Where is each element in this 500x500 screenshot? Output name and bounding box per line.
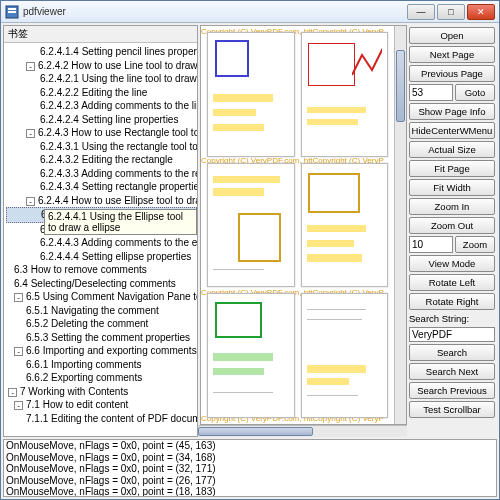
tree-node-label: 7.1 How to edit content — [26, 399, 128, 410]
show-page-info-button[interactable]: Show Page Info — [409, 103, 495, 120]
page-thumbnail[interactable] — [301, 163, 389, 288]
search-button[interactable]: Search — [409, 344, 495, 361]
tree-node[interactable]: -6.5 Using Comment Navigation Pane to vi… — [6, 290, 197, 304]
rotate-left-button[interactable]: Rotate Left — [409, 274, 495, 291]
tree-node[interactable]: 7.1.1 Editing the content of PDF documen… — [6, 412, 197, 426]
tree-node[interactable]: 6.2.4.1.4 Setting pencil lines propertie… — [6, 45, 197, 59]
tree-node-label: 6.6 Importing and exporting comments — [26, 345, 197, 356]
zoom-in-button[interactable]: Zoom In — [409, 198, 495, 215]
tree-node-label: 6.6.1 Importing comments — [26, 359, 142, 370]
tree-node[interactable]: 6.4 Selecting/Deselecting comments — [6, 277, 197, 291]
tree-node[interactable]: -6.6 Importing and exporting comments — [6, 344, 197, 358]
tree-node-label: 6.5.2 Deleting the comment — [26, 318, 148, 329]
actual-size-button[interactable]: Actual Size — [409, 141, 495, 158]
tree-node[interactable]: 6.2.4.3.3 Adding comments to the recta — [6, 167, 197, 181]
tree-node-label: 6.2.4.2 How to use Line tool to draw lin… — [38, 60, 197, 71]
tree-node-label: 6.2.4.4.3 Adding comments to the ellips — [40, 237, 197, 248]
bookmarks-tree[interactable]: 6.2.4.1.4 Setting pencil lines propertie… — [4, 43, 197, 427]
preview-horizontal-scrollbar[interactable] — [198, 425, 407, 437]
tree-node[interactable]: 6.2.4.3.4 Setting rectangle properties — [6, 180, 197, 194]
fit-page-button[interactable]: Fit Page — [409, 160, 495, 177]
tree-node[interactable]: 6.2.4.2.1 Using the line tool to draw a … — [6, 72, 197, 86]
tree-node[interactable]: 6.2.4.2.2 Editing the line — [6, 86, 197, 100]
bookmarks-panel: 书签 6.2.4.1.4 Setting pencil lines proper… — [3, 25, 198, 437]
tree-node[interactable]: 6.3 How to remove comments — [6, 263, 197, 277]
tree-node[interactable]: 6.2.4.2.4 Setting line properties — [6, 113, 197, 127]
goto-button[interactable]: Goto — [455, 84, 495, 101]
tree-node[interactable]: -6.2.4.3 How to use Rectangle tool to dr… — [6, 126, 197, 140]
thumbnail-grid[interactable]: Copyright (C) VeryPDF.com, httCopyright … — [201, 26, 394, 424]
page-thumbnail[interactable] — [207, 32, 295, 157]
tree-node[interactable]: -6.2.4.4 How to use Ellipse tool to draw… — [6, 194, 197, 208]
search-next-button[interactable]: Search Next — [409, 363, 495, 380]
tree-node[interactable]: -7.1 How to edit content — [6, 398, 197, 412]
tree-node[interactable]: 6.2.4.4.3 Adding comments to the ellips — [6, 236, 197, 250]
view-mode-button[interactable]: View Mode — [409, 255, 495, 272]
tree-node-label: 6.5.1 Navigating the comment — [26, 305, 159, 316]
tree-node[interactable]: 6.5.1 Navigating the comment — [6, 304, 197, 318]
page-thumbnail[interactable] — [301, 32, 389, 157]
tree-node[interactable]: -6.2.4.2 How to use Line tool to draw li… — [6, 59, 197, 73]
expand-icon[interactable]: - — [26, 129, 35, 138]
page-thumbnail[interactable] — [301, 293, 389, 418]
tree-node-label: 6.2.4.2.1 Using the line tool to draw a … — [40, 73, 197, 84]
tree-node[interactable]: 6.5.3 Setting the comment properties — [6, 331, 197, 345]
tree-node-label: 6.5.3 Setting the comment properties — [26, 332, 190, 343]
tree-node-label: 6.3 How to remove comments — [14, 264, 147, 275]
preview-vertical-scrollbar[interactable] — [394, 26, 406, 424]
tree-node[interactable]: 6.2.4.3.1 Using the rectangle tool to dr… — [6, 140, 197, 154]
tree-node-label: 6.2.4.2.2 Editing the line — [40, 87, 147, 98]
zoom-button[interactable]: Zoom — [455, 236, 495, 253]
minimize-button[interactable]: — — [407, 4, 435, 20]
tree-node[interactable]: 6.2.4.4.4 Setting ellipse properties — [6, 250, 197, 264]
expand-icon[interactable]: - — [26, 197, 35, 206]
previous-page-button[interactable]: Previous Page — [409, 65, 495, 82]
hide-center-wmenu-button[interactable]: HideCenterWMenu — [409, 122, 495, 139]
tree-node-label: 6.2.4.1.4 Setting pencil lines propertie… — [40, 46, 197, 57]
svg-rect-2 — [8, 11, 16, 13]
bookmarks-header: 书签 — [4, 26, 197, 43]
toolbar: Open Next Page Previous Page Goto Show P… — [407, 25, 497, 437]
zoom-value-input[interactable] — [409, 236, 453, 253]
tree-node-label: 6.2.4.2.4 Setting line properties — [40, 114, 178, 125]
tree-node-label: 6.2.4.4 How to use Ellipse tool to draw … — [38, 195, 197, 206]
rotate-right-button[interactable]: Rotate Right — [409, 293, 495, 310]
tree-node[interactable]: 6.2.4.3.2 Editing the rectangle — [6, 153, 197, 167]
log-line: OnMouseMove, nFlags = 0x0, point = (26, … — [4, 475, 496, 487]
tree-node[interactable]: 6.2.4.2.3 Adding comments to the line — [6, 99, 197, 113]
search-input[interactable] — [409, 327, 495, 342]
log-line: OnMouseMove, nFlags = 0x0, point = (34, … — [4, 452, 496, 464]
zoom-out-button[interactable]: Zoom Out — [409, 217, 495, 234]
page-thumbnail[interactable] — [207, 163, 295, 288]
next-page-button[interactable]: Next Page — [409, 46, 495, 63]
expand-icon[interactable]: - — [8, 388, 17, 397]
tree-node[interactable]: 6.5.2 Deleting the comment — [6, 317, 197, 331]
workarea: 书签 6.2.4.1.4 Setting pencil lines proper… — [1, 23, 499, 499]
tree-node[interactable]: 6.6.1 Importing comments — [6, 358, 197, 372]
tree-node[interactable]: -7 Working with Contents — [6, 385, 197, 399]
fit-width-button[interactable]: Fit Width — [409, 179, 495, 196]
page-number-input[interactable] — [409, 84, 453, 101]
tree-node-label: 6.2.4.3.2 Editing the rectangle — [40, 154, 173, 165]
page-thumbnail[interactable] — [207, 293, 295, 418]
main-area: 书签 6.2.4.1.4 Setting pencil lines proper… — [3, 25, 497, 437]
tree-node-label: 6.6.2 Exporting comments — [26, 372, 142, 383]
log-line: OnMouseMove, nFlags = 0x0, point = (45, … — [4, 440, 496, 452]
debug-log[interactable]: OnMouseMove, nFlags = 0x0, point = (45, … — [3, 439, 497, 497]
expand-icon[interactable]: - — [14, 401, 23, 410]
tree-node[interactable]: 6.6.2 Exporting comments — [6, 371, 197, 385]
open-button[interactable]: Open — [409, 27, 495, 44]
maximize-button[interactable]: □ — [437, 4, 465, 20]
expand-icon[interactable]: - — [26, 62, 35, 71]
expand-icon[interactable]: - — [14, 293, 23, 302]
preview-pane: Copyright (C) VeryPDF.com, httCopyright … — [200, 25, 407, 425]
window-title: pdfviewer — [23, 6, 407, 17]
close-button[interactable]: ✕ — [467, 4, 495, 20]
test-scrollbar-button[interactable]: Test Scrollbar — [409, 401, 495, 418]
search-previous-button[interactable]: Search Previous — [409, 382, 495, 399]
app-icon — [5, 5, 19, 19]
tree-node-label: 6.2.4.3 How to use Rectangle tool to dra… — [38, 127, 197, 138]
tree-node-label: 7.1.1 Editing the content of PDF documen… — [26, 413, 197, 424]
tree-node-label: 6.4 Selecting/Deselecting comments — [14, 278, 176, 289]
expand-icon[interactable]: - — [14, 347, 23, 356]
